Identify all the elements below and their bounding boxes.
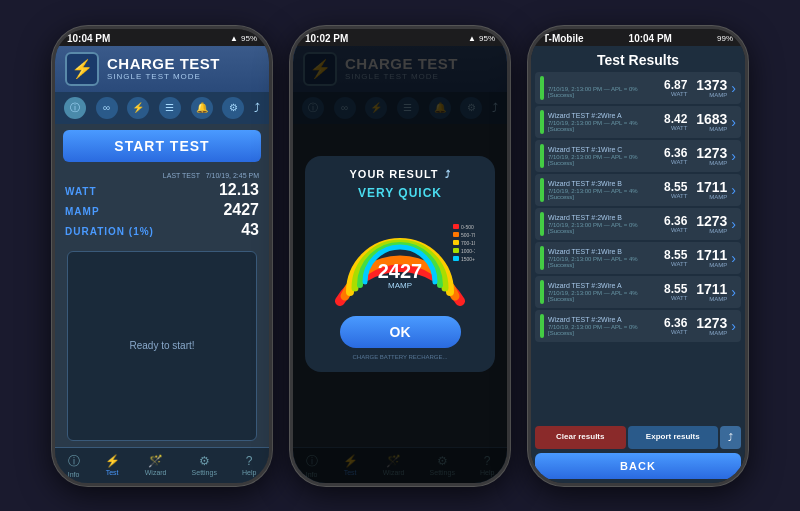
battery-visual: Ready to start! bbox=[67, 251, 257, 441]
nav-wizard-icon: 🪄 bbox=[148, 454, 163, 468]
row-info-7: Wizard TEST #:2Wire A 7/10/19, 2:13:00 P… bbox=[548, 316, 660, 336]
green-bar-1 bbox=[540, 110, 544, 134]
nav-test-label: Test bbox=[106, 469, 119, 476]
row-info-2: Wizard TEST #:1Wire C 7/10/19, 2:13:00 P… bbox=[548, 146, 660, 166]
row-watt-4: 6.36 WATT bbox=[664, 215, 687, 233]
svg-text:2427: 2427 bbox=[378, 260, 423, 282]
nav-info[interactable]: ⓘInfo bbox=[68, 453, 80, 478]
row-arrow-6[interactable]: › bbox=[731, 284, 736, 300]
row-info-4: Wizard TEST #:2Wire B 7/10/19, 2:13:00 P… bbox=[548, 214, 660, 234]
results-title: Test Results bbox=[531, 46, 745, 72]
row-info-3: Wizard TEST #:3Wire B 7/10/19, 2:13:00 P… bbox=[548, 180, 660, 200]
row-arrow-3[interactable]: › bbox=[731, 182, 736, 198]
row-name-2: Wizard TEST #:1Wire C bbox=[548, 146, 660, 153]
result-row-4[interactable]: Wizard TEST #:2Wire B 7/10/19, 2:13:00 P… bbox=[535, 208, 741, 240]
row-amp-label-0: MAMP bbox=[709, 92, 727, 98]
icon-gear[interactable]: ⚙ bbox=[222, 97, 244, 119]
row-arrow-2[interactable]: › bbox=[731, 148, 736, 164]
icon-infinity[interactable]: ∞ bbox=[96, 97, 118, 119]
back-button[interactable]: BACK bbox=[535, 453, 741, 479]
row-watt-val-0: 6.87 bbox=[664, 79, 687, 91]
svg-rect-3 bbox=[453, 224, 459, 229]
row-amp-val-0: 1373 bbox=[696, 78, 727, 92]
row-arrow-1[interactable]: › bbox=[731, 114, 736, 130]
svg-rect-7 bbox=[453, 240, 459, 245]
row-watt-val-2: 6.36 bbox=[664, 147, 687, 159]
results-action-icon[interactable]: ⤴ bbox=[720, 426, 741, 449]
share-result-icon[interactable]: ⤴ bbox=[445, 169, 451, 180]
last-test-date: 7/10/19, 2:45 PM bbox=[206, 172, 259, 179]
result-row-1[interactable]: Wizard TEST #:2Wire A 7/10/19, 2:13:00 P… bbox=[535, 106, 741, 138]
icon-share[interactable]: ⤴ bbox=[254, 101, 260, 115]
row-name-6: Wizard TEST #:3Wire A bbox=[548, 282, 660, 289]
nav-settings[interactable]: ⚙Settings bbox=[192, 454, 217, 476]
icon-list[interactable]: ☰ bbox=[159, 97, 181, 119]
row-amp-val-6: 1711 bbox=[696, 282, 727, 296]
result-row-2[interactable]: Wizard TEST #:1Wire C 7/10/19, 2:13:00 P… bbox=[535, 140, 741, 172]
ok-button[interactable]: OK bbox=[340, 316, 461, 348]
svg-text:1000-1500: 1000-1500 bbox=[461, 248, 475, 254]
nav-info-icon: ⓘ bbox=[68, 453, 80, 470]
svg-text:0-500: 0-500 bbox=[461, 224, 474, 230]
export-results-button[interactable]: Export results bbox=[628, 426, 719, 449]
row-amp-val-5: 1711 bbox=[696, 248, 727, 262]
icon-bolt[interactable]: ⚡ bbox=[127, 97, 149, 119]
clear-results-button[interactable]: Clear results bbox=[535, 426, 626, 449]
row-watt-6: 8.55 WATT bbox=[664, 283, 687, 301]
nav-test[interactable]: ⚡Test bbox=[105, 454, 120, 476]
row-arrow-4[interactable]: › bbox=[731, 216, 736, 232]
metrics-section: LAST TEST 7/10/19, 2:45 PM WATT 12.13 MA… bbox=[55, 168, 269, 245]
result-row-0[interactable]: 7/10/19, 2:13:00 PM — APL = 0% [Success]… bbox=[535, 72, 741, 104]
row-sub-5: 7/10/19, 2:13:00 PM — APL = 4% [Success] bbox=[548, 256, 660, 268]
svg-rect-11 bbox=[453, 256, 459, 261]
row-sub-2: 7/10/19, 2:13:00 PM — APL = 0% [Success] bbox=[548, 154, 660, 166]
battery-icon: 95% bbox=[241, 34, 257, 43]
metric-watt: WATT 12.13 bbox=[65, 181, 259, 199]
row-watt-label-3: WATT bbox=[671, 193, 687, 199]
row-amp-2: 1273 MAMP bbox=[691, 146, 727, 166]
row-arrow-0[interactable]: › bbox=[731, 80, 736, 96]
row-info-1: Wizard TEST #:2Wire A 7/10/19, 2:13:00 P… bbox=[548, 112, 660, 132]
result-row-5[interactable]: Wizard TEST #:1Wire B 7/10/19, 2:13:00 P… bbox=[535, 242, 741, 274]
result-row-3[interactable]: Wizard TEST #:3Wire B 7/10/19, 2:13:00 P… bbox=[535, 174, 741, 206]
nav-help-icon: ? bbox=[246, 454, 253, 468]
bottom-nav-1: ⓘInfo ⚡Test 🪄Wizard ⚙Settings ?Help bbox=[55, 447, 269, 483]
row-arrow-5[interactable]: › bbox=[731, 250, 736, 266]
row-watt-val-4: 6.36 bbox=[664, 215, 687, 227]
row-watt-label-5: WATT bbox=[671, 261, 687, 267]
icon-info[interactable]: ⓘ bbox=[64, 97, 86, 119]
row-watt-2: 6.36 WATT bbox=[664, 147, 687, 165]
row-amp-label-5: MAMP bbox=[709, 262, 727, 268]
green-bar-5 bbox=[540, 246, 544, 270]
start-test-button[interactable]: START TEST bbox=[63, 130, 261, 162]
battery-icon-2: 95% bbox=[479, 34, 495, 43]
green-bar-2 bbox=[540, 144, 544, 168]
row-arrow-7[interactable]: › bbox=[731, 318, 736, 334]
metric-duration-value: 43 bbox=[241, 221, 259, 239]
nav-help-label: Help bbox=[242, 469, 256, 476]
svg-rect-9 bbox=[453, 248, 459, 253]
gauge-svg: 2427 MAMP 0-500 500-700 700-1000 1000-15… bbox=[325, 206, 475, 306]
row-sub-7: 7/10/19, 2:13:00 PM — APL = 0% [Success] bbox=[548, 324, 660, 336]
row-watt-label-0: WATT bbox=[671, 91, 687, 97]
nav-wizard[interactable]: 🪄Wizard bbox=[145, 454, 167, 476]
row-watt-0: 6.87 WATT bbox=[664, 79, 687, 97]
nav-settings-label: Settings bbox=[192, 469, 217, 476]
status-time-3: 10:04 PM bbox=[629, 33, 672, 44]
ready-text: Ready to start! bbox=[129, 340, 194, 351]
row-name-5: Wizard TEST #:1Wire B bbox=[548, 248, 660, 255]
result-row-6[interactable]: Wizard TEST #:3Wire A 7/10/19, 2:13:00 P… bbox=[535, 276, 741, 308]
row-watt-val-6: 8.55 bbox=[664, 283, 687, 295]
app-logo-1: ⚡ bbox=[65, 52, 99, 86]
result-row-7[interactable]: Wizard TEST #:2Wire A 7/10/19, 2:13:00 P… bbox=[535, 310, 741, 342]
icon-bell[interactable]: 🔔 bbox=[191, 97, 213, 119]
nav-help[interactable]: ?Help bbox=[242, 454, 256, 476]
row-amp-val-2: 1273 bbox=[696, 146, 727, 160]
row-sub-4: 7/10/19, 2:13:00 PM — APL = 0% [Success] bbox=[548, 222, 660, 234]
row-amp-val-1: 1683 bbox=[696, 112, 727, 126]
metric-duration-label: DURATION (1%) bbox=[65, 226, 154, 237]
status-icons-1: ▲ 95% bbox=[230, 34, 257, 43]
row-name-7: Wizard TEST #:2Wire A bbox=[548, 316, 660, 323]
row-watt-label-6: WATT bbox=[671, 295, 687, 301]
last-test-label: LAST TEST bbox=[163, 172, 200, 179]
